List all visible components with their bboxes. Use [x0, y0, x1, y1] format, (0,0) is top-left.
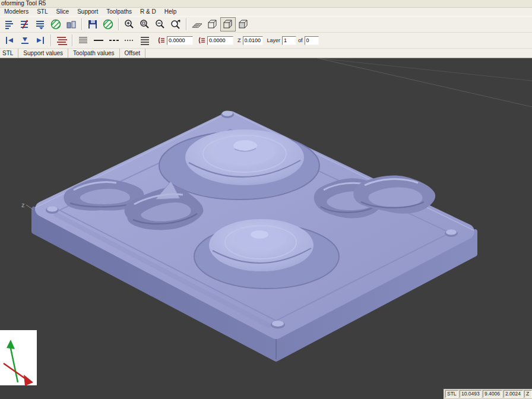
separator [81, 18, 83, 30]
view-plane-icon [191, 19, 203, 30]
separator [118, 18, 119, 30]
machine-button[interactable] [64, 17, 79, 31]
offset-b-field[interactable] [207, 36, 233, 45]
layer-down-icon [20, 35, 30, 46]
machine-icon [66, 19, 77, 30]
window-title: oforming Tool R5 [1, 0, 46, 7]
toolpath-lines-icon [56, 35, 68, 46]
toolbar-main [0, 16, 532, 33]
separator [50, 34, 52, 46]
status-y: 9.4006 [483, 390, 502, 398]
zoom-window-icon [140, 19, 150, 30]
menu-slice[interactable]: Slice [52, 8, 73, 16]
sphere-slice-button[interactable] [100, 17, 116, 31]
orientation-gizmo [0, 330, 37, 386]
contour-lines-button[interactable] [75, 33, 91, 48]
z-step-field[interactable] [243, 36, 263, 45]
solid-line-icon [93, 35, 104, 46]
menu-modelers[interactable]: Modelers [0, 8, 33, 16]
layer-current-field[interactable] [282, 36, 296, 45]
zoom-out-icon [155, 19, 166, 30]
sphere-slice-icon [103, 19, 113, 30]
zoom-window-button[interactable] [137, 17, 153, 31]
application-window: oforming Tool R5 Modelers STL Slice Supp… [0, 0, 532, 399]
tab-support-values[interactable]: Support values [18, 49, 68, 58]
zoom-out-button[interactable] [153, 17, 168, 31]
layer-next-button[interactable] [33, 33, 48, 48]
z-axis-marker: z [21, 201, 33, 210]
view-box-iso-button[interactable] [220, 17, 236, 31]
layer-next-icon [35, 35, 46, 46]
toolbar-layer: Z Layer of [0, 33, 532, 49]
status-bar: STL 10.0493 9.4006 2.0024 Z [444, 389, 532, 399]
tab-toolpath-values[interactable]: Toolpath values [68, 49, 120, 58]
layer-prev-button[interactable] [2, 33, 17, 48]
layer-total-field[interactable] [305, 36, 319, 45]
stl-compare-icon [20, 19, 30, 30]
save-button[interactable] [85, 17, 100, 31]
viewport-canvas[interactable]: z [0, 58, 532, 399]
separator [186, 18, 187, 30]
hatch-lines-button[interactable] [137, 33, 153, 48]
menu-rd[interactable]: R & D [136, 8, 160, 16]
workspace-axis-lines [318, 58, 532, 107]
layer-of-label: of [297, 37, 303, 43]
status-mode: STL [445, 390, 458, 398]
view-box-left-button[interactable] [205, 17, 220, 31]
offset-b-group [197, 36, 233, 45]
menu-bar: Modelers STL Slice Support Toolpaths R &… [0, 8, 532, 16]
stl-merge-icon [35, 19, 46, 30]
stl-list-icon [4, 19, 15, 30]
sphere-shaded-button[interactable] [48, 17, 64, 31]
zoom-in-button[interactable] [122, 17, 137, 31]
save-icon [87, 19, 98, 30]
zoom-in-icon [124, 19, 135, 30]
range-min-icon [156, 36, 166, 45]
stl-compare-button[interactable] [17, 17, 33, 31]
layer-down-button[interactable] [17, 33, 33, 48]
tab-stl[interactable]: STL [0, 49, 18, 58]
offset-a-group [156, 36, 193, 45]
zoom-extents-icon [170, 19, 181, 30]
viewport[interactable]: z [0, 58, 532, 399]
view-box-left-icon [207, 19, 218, 30]
tab-strip: STL Support values Toolpath values Offse… [0, 49, 532, 58]
status-z: 2.0024 [504, 390, 523, 398]
zoom-extents-button[interactable] [168, 17, 183, 31]
dotted-line-button[interactable] [122, 33, 137, 48]
separator [72, 34, 73, 46]
layer-label: Layer [267, 37, 281, 43]
dashed-line-button[interactable] [106, 33, 122, 48]
view-box-right-button[interactable] [236, 17, 251, 31]
stl-list-button[interactable] [2, 17, 17, 31]
tab-offset[interactable]: Offset [120, 49, 146, 58]
view-box-right-icon [238, 19, 249, 30]
solid-line-button[interactable] [91, 33, 106, 48]
z-step-label: Z [237, 37, 242, 43]
z-axis-label: z [21, 201, 25, 208]
contour-lines-icon [77, 35, 89, 46]
view-plane-button[interactable] [189, 17, 205, 31]
view-box-iso-icon [222, 19, 234, 30]
menu-support[interactable]: Support [73, 8, 102, 16]
range-max-icon [197, 36, 206, 45]
menu-stl[interactable]: STL [33, 8, 52, 16]
layer-prev-icon [4, 35, 15, 46]
menu-help[interactable]: Help [160, 8, 181, 16]
status-extra: Z [524, 390, 532, 398]
stl-merge-button[interactable] [33, 17, 48, 31]
hatch-lines-icon [139, 35, 151, 46]
status-x: 10.0493 [460, 390, 482, 398]
title-bar[interactable]: oforming Tool R5 [0, 0, 532, 8]
sphere-shaded-icon [50, 19, 61, 30]
model-3d [34, 111, 475, 360]
offset-a-field[interactable] [167, 36, 193, 45]
dashed-line-icon [108, 35, 120, 46]
dotted-line-icon [124, 35, 135, 46]
menu-toolpaths[interactable]: Toolpaths [102, 8, 136, 16]
layer-group: Layer of [267, 36, 319, 45]
toolpath-lines-button[interactable] [54, 33, 69, 48]
z-step-group: Z [237, 36, 263, 45]
